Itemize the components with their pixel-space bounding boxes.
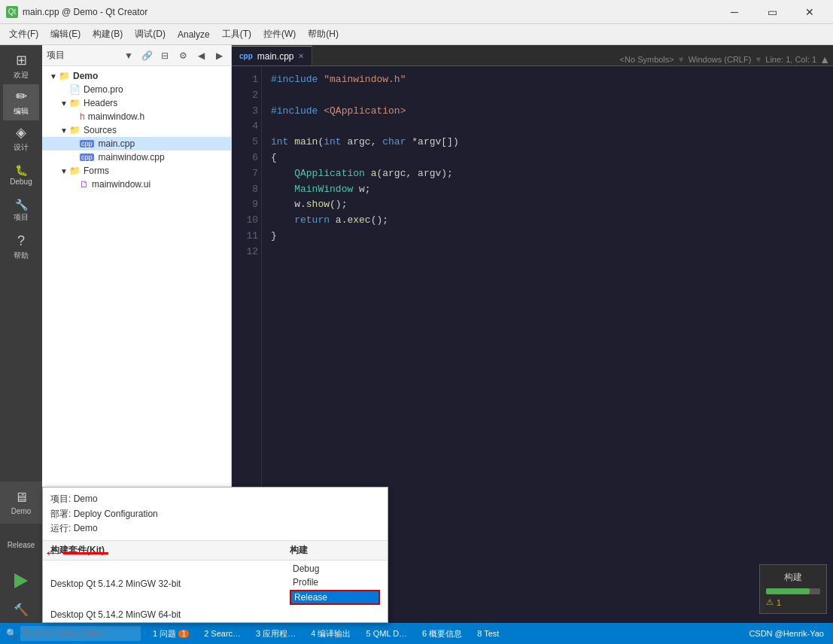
tree-item-sources[interactable]: ▼ 📁 Sources (42, 123, 231, 137)
kit-row-32bit[interactable]: Desktop Qt 5.14.2 MinGW 32-bit Debug Pro… (43, 560, 388, 607)
run-triangle-icon (14, 573, 28, 588)
sidebar-item-design[interactable]: ◈ 设计 (3, 120, 39, 156)
settings-button[interactable]: ⚙ (175, 48, 190, 63)
build-hammer-button[interactable]: 🔨 (0, 596, 42, 623)
line-num-8: 8 (235, 182, 258, 198)
left-sidebar: ⊞ 欢迎 ✏ 编辑 ◈ 设计 🐛 Debug 🔧 项目 ? 帮助 🖥 Demo (0, 45, 42, 623)
run-button[interactable] (0, 566, 42, 596)
code-line-7: QApplication a(argc, argv); (271, 166, 824, 182)
line-num-3: 3 (235, 104, 258, 120)
filter-button[interactable]: ▼ (121, 48, 136, 63)
maximize-button[interactable]: ▭ (755, 2, 789, 23)
close-button[interactable]: ✕ (792, 2, 827, 23)
build-opt-debug[interactable]: Debug (290, 563, 380, 575)
sidebar-debug-label: Debug (10, 178, 32, 186)
sidebar-edit-label: 编辑 (14, 106, 29, 117)
status-label-qml: 5 QML D… (366, 629, 407, 638)
minimize-button[interactable]: ─ (717, 2, 752, 23)
kit-name-32bit: Desktop Qt 5.14.2 MinGW 32-bit (50, 579, 290, 589)
line-num-4: 4 (235, 119, 258, 135)
tab-main-cpp[interactable]: cpp main.cpp ✕ (232, 46, 312, 65)
tree-label-mainwindow-ui: mainwindow.ui (92, 179, 150, 190)
status-app[interactable]: 3 应用程… (253, 627, 299, 641)
expand-arrow-forms: ▼ (59, 167, 69, 175)
arrow-left-icon: ← (44, 543, 60, 563)
debug-icon: 🐛 (15, 164, 28, 176)
search-input[interactable] (20, 626, 141, 641)
sidebar-item-debug[interactable]: 🐛 Debug (3, 156, 39, 193)
project-toolbar-label: 项目 (47, 49, 118, 62)
line-num-5: 5 (235, 135, 258, 150)
tree-label-demo-pro: Demo.pro (84, 84, 123, 95)
menu-tools[interactable]: 工具(T) (216, 25, 257, 44)
release-label: Release (8, 541, 35, 549)
release-button[interactable]: Release (0, 524, 42, 566)
status-compile[interactable]: 4 编译输出 (308, 627, 354, 641)
menu-file[interactable]: 文件(F) (3, 25, 44, 44)
cpp-file-icon-main: cpp (80, 140, 94, 147)
sidebar-welcome-label: 欢迎 (14, 70, 29, 80)
sidebar-item-help[interactable]: ? 帮助 (3, 229, 39, 265)
tree-item-headers[interactable]: ▼ 📁 Headers (42, 96, 231, 110)
build-opt-profile[interactable]: Profile (290, 576, 380, 588)
code-line-12 (271, 245, 824, 260)
menu-debug[interactable]: 调试(D) (129, 25, 172, 44)
menu-analyze[interactable]: Analyze (172, 26, 216, 43)
kit-project-value: Demo (74, 494, 98, 504)
sidebar-item-welcome[interactable]: ⊞ 欢迎 (3, 48, 39, 84)
scroll-up-icon[interactable]: ▲ (819, 53, 830, 65)
build-panel-title: 构建 (766, 571, 820, 584)
h-file-icon: h (80, 111, 85, 122)
line-num-9: 9 (235, 197, 258, 213)
status-label-app: 3 应用程… (256, 628, 296, 639)
line-num-2: 2 (235, 88, 258, 104)
kit-deploy-value: Deploy Configuration (74, 509, 158, 519)
tree-item-mainwindow-h[interactable]: h mainwindow.h (42, 110, 231, 123)
tree-item-mainwindow-cpp[interactable]: cpp mainwindow.cpp (42, 150, 231, 164)
build-opt-release[interactable]: Release (290, 590, 380, 605)
nav-fwd-button[interactable]: ▶ (211, 48, 226, 63)
kit-project-row: 项目: Demo (50, 492, 380, 506)
status-label-overview: 6 概要信息 (422, 628, 462, 639)
code-line-2 (271, 88, 824, 104)
status-qml[interactable]: 5 QML D… (363, 627, 410, 639)
demo-button[interactable]: 🖥 Demo (0, 481, 42, 524)
nav-back-button[interactable]: ◀ (193, 48, 208, 63)
encoding-label: Windows (CRLF) (689, 55, 752, 64)
demo-label: Demo (11, 507, 32, 515)
tree-label-headers: Headers (84, 98, 117, 108)
collapse-button[interactable]: ⊟ (157, 48, 172, 63)
status-search[interactable]: 2 Searc… (201, 627, 244, 639)
status-test[interactable]: 8 Test (474, 627, 502, 639)
line-num-6: 6 (235, 150, 258, 166)
tree-label-demo: Demo (73, 71, 98, 81)
sidebar-item-project[interactable]: 🔧 项目 (3, 193, 39, 229)
tree-item-main-cpp[interactable]: cpp main.cpp (42, 137, 231, 150)
window-title: main.cpp @ Demo - Qt Creator (23, 7, 717, 17)
kit-deploy-label: 部署: (50, 509, 71, 519)
symbols-label: <No Symbols> (620, 55, 674, 64)
arrow-indicator: ← (44, 543, 108, 563)
menu-help[interactable]: 帮助(H) (302, 25, 345, 44)
tree-item-demo-pro[interactable]: 📄 Demo.pro (42, 83, 231, 96)
tree-item-mainwindow-ui[interactable]: 🗋 mainwindow.ui (42, 178, 231, 191)
menu-build[interactable]: 构建(B) (87, 25, 129, 44)
tree-label-forms: Forms (84, 166, 109, 176)
expand-arrow-demo: ▼ (48, 72, 59, 80)
status-label-search: 2 Searc… (204, 629, 241, 638)
sidebar-item-edit[interactable]: ✏ 编辑 (3, 84, 39, 120)
tree-item-forms[interactable]: ▼ 📁 Forms (42, 164, 231, 178)
search-icon: 🔍 (6, 628, 17, 639)
status-overview[interactable]: 6 概要信息 (419, 627, 465, 641)
link-button[interactable]: 🔗 (139, 48, 154, 63)
status-problems[interactable]: 1 问题 1 (150, 627, 192, 641)
tree-item-demo[interactable]: ▼ 📁 Demo (42, 69, 231, 83)
menu-widget[interactable]: 控件(W) (257, 25, 302, 44)
status-csdn[interactable]: CSDN @Henrik-Yao (746, 627, 827, 639)
project-icon: 🔧 (15, 199, 28, 211)
tab-close-icon[interactable]: ✕ (298, 52, 304, 60)
kit-row-64bit[interactable]: Desktop Qt 5.14.2 MinGW 64-bit (43, 607, 388, 622)
line-num-11: 11 (235, 229, 258, 245)
line-num-10: 10 (235, 213, 258, 229)
menu-edit[interactable]: 编辑(E) (44, 25, 87, 44)
